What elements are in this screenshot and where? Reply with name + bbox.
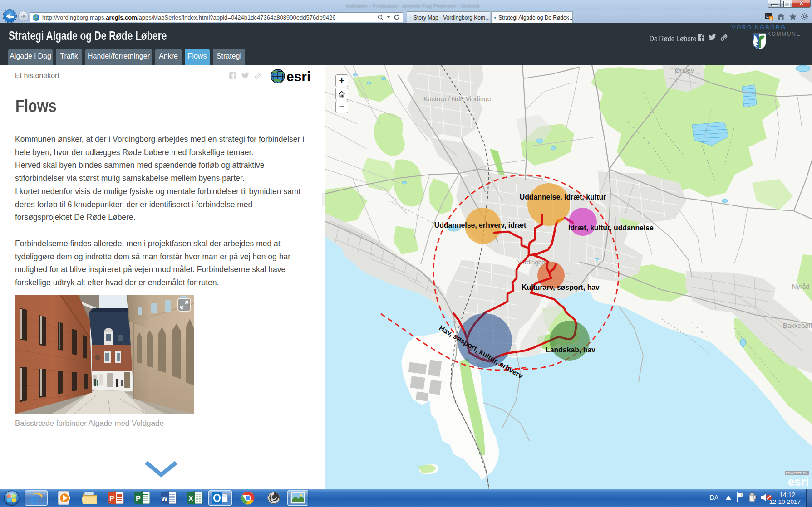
- svg-text:esri: esri: [286, 69, 310, 84]
- svg-text:Idræt, kultur, uddannelse: Idræt, kultur, uddannelse: [568, 224, 654, 232]
- svg-text:KOMMUNE: KOMMUNE: [767, 31, 801, 37]
- svg-text:VORDINGBORG: VORDINGBORG: [732, 24, 786, 31]
- svg-text:Kulturarv, søsport, hav: Kulturarv, søsport, hav: [522, 283, 600, 291]
- svg-text:a: a: [766, 14, 769, 19]
- svg-text:Kastrup / Ndr. Vindinge: Kastrup / Ndr. Vindinge: [423, 95, 491, 102]
- svg-text:X: X: [188, 495, 193, 502]
- svg-text:W: W: [161, 495, 168, 502]
- svg-text:Uddannelse, idræt, kultur: Uddannelse, idræt, kultur: [520, 193, 606, 201]
- svg-text:e: e: [410, 17, 411, 18]
- svg-text:Bakkebølle: Bakkebølle: [783, 322, 812, 329]
- svg-text:6: 6: [770, 17, 772, 20]
- svg-text:Landskab, hav: Landskab, hav: [546, 346, 595, 354]
- svg-text:Ørslev: Ørslev: [675, 67, 694, 74]
- svg-text:Nyråd: Nyråd: [792, 283, 810, 290]
- svg-text:P: P: [136, 495, 141, 502]
- svg-text:P: P: [109, 495, 114, 502]
- svg-text:Uddannelse, erhverv, idræt: Uddannelse, erhverv, idræt: [434, 221, 527, 229]
